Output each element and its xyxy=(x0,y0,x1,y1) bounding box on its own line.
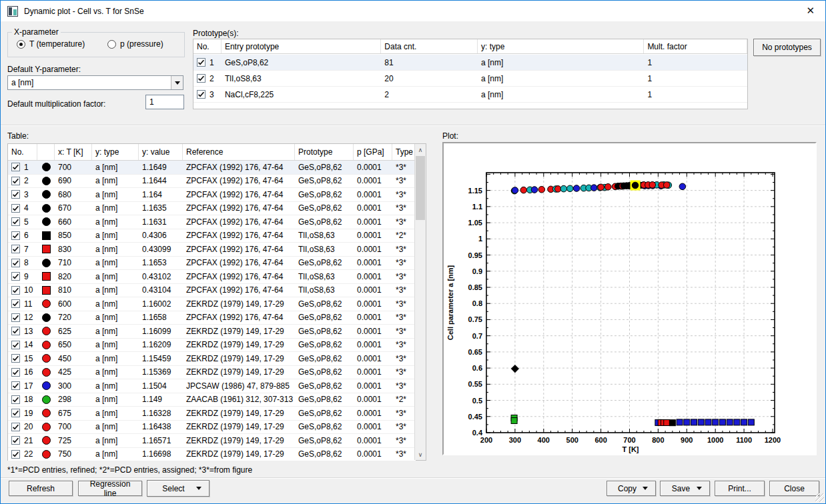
table-row[interactable]: 13625a [nm]1.16099ZEKRDZ (1979) 149, 17-… xyxy=(8,325,416,339)
row-checkbox[interactable] xyxy=(197,74,205,83)
row-checkbox[interactable] xyxy=(11,436,20,445)
svg-text:Cell parameter a [nm]: Cell parameter a [nm] xyxy=(446,265,454,340)
row-checkbox[interactable] xyxy=(11,313,20,322)
y-parameter-combobox[interactable]: a [nm] xyxy=(7,75,183,90)
scrollbar-thumb[interactable] xyxy=(416,156,425,220)
table-row[interactable]: 16425a [nm]1.15369ZEKRDZ (1979) 149, 17-… xyxy=(8,366,416,380)
save-dropdown-button[interactable]: Save xyxy=(660,481,710,496)
table-column-header[interactable]: Reference xyxy=(183,144,295,160)
mult-factor-input[interactable] xyxy=(145,95,184,109)
table-row[interactable]: 22750a [nm]1.16698ZEKRDZ (1979) 149, 17-… xyxy=(8,448,416,462)
regression-line-button[interactable]: Regression line xyxy=(78,481,142,496)
prototype-row[interactable]: 2TlI,oS8,6320a [nm]1 xyxy=(193,71,747,87)
refresh-button[interactable]: Refresh xyxy=(9,481,73,496)
table-column-header[interactable]: x: T [K] xyxy=(55,144,92,160)
table-row[interactable]: 18298a [nm]1.149ZAACAB (1961) 312, 307-3… xyxy=(8,393,416,407)
table-row[interactable]: 20700a [nm]1.16438ZEKRDZ (1979) 149, 17-… xyxy=(8,421,416,435)
chevron-down-icon[interactable] xyxy=(171,76,183,89)
row-checkbox[interactable] xyxy=(11,299,20,308)
radio-p-pressure[interactable]: p (pressure) xyxy=(107,39,163,49)
table-column-header[interactable]: y: type xyxy=(92,144,139,160)
table-row[interactable]: 12720a [nm]1.1658ZPCFAX (1992) 176, 47-6… xyxy=(8,311,416,325)
cell-y-type: a [nm] xyxy=(92,229,139,243)
table-column-header[interactable] xyxy=(37,144,55,160)
row-checkbox[interactable] xyxy=(11,354,20,363)
row-checkbox[interactable] xyxy=(11,368,20,377)
table-row[interactable]: 14650a [nm]1.16209ZEKRDZ (1979) 149, 17-… xyxy=(8,339,416,353)
table-row[interactable]: 17300a [nm]1.1504JPCSAW (1986) 47, 879-8… xyxy=(8,379,416,393)
print-button[interactable]: Print... xyxy=(715,481,765,496)
no-prototypes-button[interactable]: No prototypes xyxy=(753,39,821,56)
table-row[interactable]: 11600a [nm]1.16002ZEKRDZ (1979) 149, 17-… xyxy=(8,297,416,311)
row-checkbox[interactable] xyxy=(11,423,20,431)
prototype-row[interactable]: 1GeS,oP8,6281a [nm]1 xyxy=(193,55,747,71)
row-checkbox[interactable] xyxy=(11,177,20,185)
select-dropdown-button[interactable]: Select xyxy=(147,480,210,497)
row-no: 13 xyxy=(24,327,33,336)
prototype-row[interactable]: 3NaCl,cF8,2252a [nm]1 xyxy=(193,87,747,103)
table-row[interactable]: 19675a [nm]1.16328ZEKRDZ (1979) 149, 17-… xyxy=(8,407,416,421)
prototype-column-header[interactable]: Data cnt. xyxy=(381,39,478,53)
resize-grip[interactable] xyxy=(815,493,824,502)
row-checkbox[interactable] xyxy=(11,245,20,253)
row-checkbox[interactable] xyxy=(11,190,20,199)
row-checkbox[interactable] xyxy=(11,259,20,267)
table-row[interactable]: 8710a [nm]1.1653ZPCFAX (1992) 176, 47-64… xyxy=(8,257,416,271)
table-row[interactable]: 15450a [nm]1.15459ZEKRDZ (1979) 149, 17-… xyxy=(8,352,416,366)
table-column-header[interactable]: p [GPa] xyxy=(354,144,392,160)
close-button[interactable]: Close xyxy=(769,481,819,496)
row-checkbox[interactable] xyxy=(197,58,205,67)
prototype-mult-factor: 1 xyxy=(644,55,747,70)
radio-dot-unselected[interactable] xyxy=(107,40,116,49)
radio-t-temperature[interactable]: T (temperature) xyxy=(17,39,85,49)
prototypes-label: Prototype(s): xyxy=(193,29,239,38)
row-checkbox[interactable] xyxy=(11,231,20,240)
table-row[interactable]: 1700a [nm]1.1649ZPCFAX (1992) 176, 47-64… xyxy=(8,161,416,175)
y-parameter-value: a [nm] xyxy=(8,78,171,87)
prototype-column-header[interactable]: Mult. factor xyxy=(644,39,747,53)
table-row[interactable]: 5660a [nm]1.1631ZPCFAX (1992) 176, 47-64… xyxy=(8,215,416,229)
cell-y-type: a [nm] xyxy=(92,393,139,407)
table-column-header[interactable]: No. xyxy=(8,144,37,160)
row-checkbox[interactable] xyxy=(197,90,205,99)
row-checkbox[interactable] xyxy=(11,217,20,226)
cell-p: 0.0001 xyxy=(354,202,392,215)
row-checkbox[interactable] xyxy=(11,204,20,213)
close-icon[interactable]: ✕ xyxy=(806,3,815,18)
row-checkbox[interactable] xyxy=(11,381,20,390)
row-checkbox[interactable] xyxy=(11,341,20,349)
svg-text:800: 800 xyxy=(652,436,664,444)
table-row[interactable]: 10810a [nm]0.43104ZPCFAX (1992) 176, 47-… xyxy=(8,284,416,298)
save-label: Save xyxy=(672,484,690,493)
table-row[interactable]: 4670a [nm]1.1635ZPCFAX (1992) 176, 47-64… xyxy=(8,202,416,216)
row-checkbox[interactable] xyxy=(11,395,20,404)
row-no: 15 xyxy=(24,354,33,363)
row-checkbox[interactable] xyxy=(11,409,20,417)
row-checkbox[interactable] xyxy=(11,286,20,295)
scroll-down-icon[interactable]: ∨ xyxy=(415,449,426,460)
cell-y-value: 1.15459 xyxy=(139,352,183,365)
row-checkbox[interactable] xyxy=(11,163,20,171)
radio-dot-selected[interactable] xyxy=(17,40,25,49)
cell-t: 600 xyxy=(55,297,92,311)
cell-t: 820 xyxy=(55,270,92,283)
prototype-column-header[interactable]: Entry prototype xyxy=(222,39,381,53)
table-column-header[interactable]: Type xyxy=(392,144,416,160)
table-row[interactable]: 21725a [nm]1.16571ZEKRDZ (1979) 149, 17-… xyxy=(8,434,416,448)
scroll-up-icon[interactable]: ∧ xyxy=(415,144,426,155)
table-column-header[interactable]: Prototype xyxy=(295,144,354,160)
table-scrollbar[interactable]: ∧ ∨ xyxy=(414,144,426,460)
prototype-column-header[interactable]: No. xyxy=(193,39,222,53)
row-checkbox[interactable] xyxy=(11,272,20,281)
table-column-header[interactable]: y: value xyxy=(139,144,183,160)
table-row[interactable]: 3680a [nm]1.164ZPCFAX (1992) 176, 47-64G… xyxy=(8,188,416,202)
prototype-column-header[interactable]: y: type xyxy=(478,39,644,53)
table-row[interactable]: 7830a [nm]0.43099ZPCFAX (1992) 176, 47-6… xyxy=(8,243,416,257)
table-row[interactable]: 6850a [nm]0.4306ZPCFAX (1992) 176, 47-64… xyxy=(8,229,416,243)
mult-factor-label: Default multiplication factor: xyxy=(7,99,105,109)
table-row[interactable]: 2690a [nm]1.1644ZPCFAX (1992) 176, 47-64… xyxy=(8,175,416,189)
row-checkbox[interactable] xyxy=(11,450,20,459)
table-row[interactable]: 9820a [nm]0.43102ZPCFAX (1992) 176, 47-6… xyxy=(8,270,416,284)
copy-dropdown-button[interactable]: Copy xyxy=(606,481,656,496)
row-checkbox[interactable] xyxy=(11,327,20,335)
